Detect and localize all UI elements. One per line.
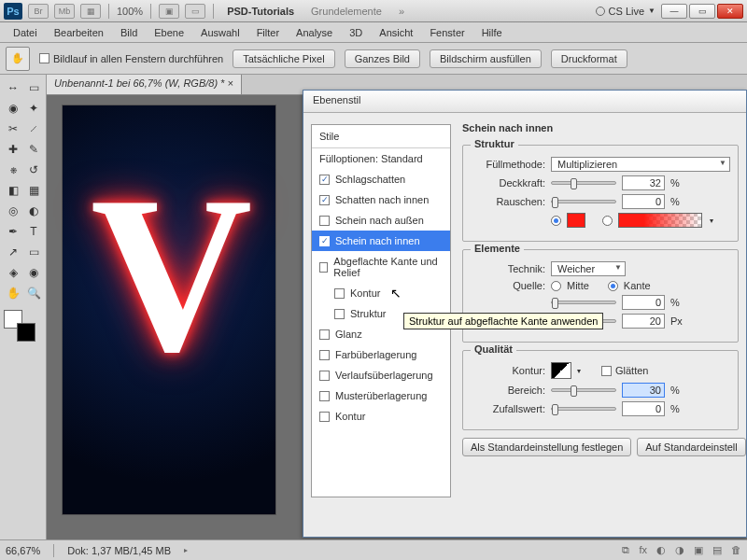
style-checkbox[interactable]: ✓ [319, 175, 330, 185]
status-doc-size[interactable]: Dok: 1,37 MB/1,45 MB [67, 545, 171, 556]
style-checkbox[interactable] [319, 371, 330, 381]
actual-pixels-button[interactable]: Tatsächliche Pixel [233, 49, 334, 68]
opacity-slider[interactable] [551, 181, 616, 185]
noise-slider[interactable] [551, 200, 616, 203]
3dcam-tool-icon[interactable]: ◉ [24, 263, 43, 282]
zoom-tool-icon[interactable]: 🔍 [24, 284, 43, 302]
menu-ebene[interactable]: Ebene [147, 25, 191, 40]
dodge-tool-icon[interactable]: ◐ [24, 202, 43, 220]
gradient-swatch[interactable] [618, 213, 702, 228]
menu-3d[interactable]: 3D [342, 25, 370, 40]
crop-tool-icon[interactable]: ✂ [4, 119, 22, 138]
wand-tool-icon[interactable]: ✦ [24, 99, 43, 118]
style-item[interactable]: Kontur [312, 406, 450, 427]
reset-default-button[interactable]: Auf Standardeinstell [637, 438, 745, 456]
cs-live-button[interactable]: CS Live▼ [596, 6, 655, 17]
menu-auswahl[interactable]: Auswahl [193, 25, 247, 40]
zufall-input[interactable]: 0 [622, 401, 665, 416]
kontur-swatch[interactable] [551, 362, 571, 379]
gradient-radio[interactable] [602, 216, 613, 226]
ueber-input[interactable]: 0 [622, 295, 665, 310]
current-tool-icon[interactable]: ✋ [6, 47, 30, 71]
type-tool-icon[interactable]: T [24, 222, 43, 241]
ueber-slider[interactable] [551, 301, 616, 304]
view-extras-button[interactable]: ▦ [80, 4, 101, 19]
close-tab-icon[interactable]: × [227, 77, 233, 89]
status-fx-icon[interactable]: fx [639, 544, 647, 556]
lasso-tool-icon[interactable]: ◉ [4, 99, 22, 118]
style-item[interactable]: Musterüberlagerung [312, 385, 450, 406]
screenmode-button[interactable]: ▭ [185, 4, 205, 19]
quelle-kante-radio[interactable] [608, 281, 618, 291]
groesse-input[interactable]: 20 [622, 314, 665, 329]
style-item[interactable]: Farbüberlagerung [312, 344, 450, 365]
status-link-icon[interactable]: ⧉ [622, 544, 629, 556]
eraser-tool-icon[interactable]: ◧ [4, 181, 22, 200]
gradient-tool-icon[interactable]: ▦ [24, 181, 43, 200]
window-minimize-button[interactable]: — [661, 4, 687, 19]
history-brush-tool-icon[interactable]: ↺ [24, 161, 43, 179]
color-swatch[interactable] [567, 213, 585, 228]
path-tool-icon[interactable]: ↗ [4, 243, 22, 261]
status-new-icon[interactable]: ▤ [712, 544, 722, 556]
move-tool-icon[interactable]: ↔ [4, 78, 22, 97]
menu-datei[interactable]: Datei [6, 25, 45, 40]
style-item[interactable]: Schein nach außen [312, 210, 450, 231]
marquee-tool-icon[interactable]: ▭ [24, 78, 43, 97]
menu-hilfe[interactable]: Hilfe [474, 25, 510, 40]
menu-analyse[interactable]: Analyse [289, 25, 340, 40]
status-trash-icon[interactable]: 🗑 [731, 544, 741, 556]
workspace-more-icon[interactable]: » [393, 4, 410, 19]
hand-tool-icon[interactable]: ✋ [4, 284, 22, 302]
menu-fenster[interactable]: Fenster [422, 25, 472, 40]
color-swatches[interactable] [4, 310, 35, 342]
dialog-title[interactable]: Ebenenstil [303, 91, 746, 113]
blur-tool-icon[interactable]: ◎ [4, 202, 22, 220]
3d-tool-icon[interactable]: ◈ [4, 263, 22, 282]
fill-options-row[interactable]: Fülloptionen: Standard [312, 148, 450, 169]
status-folder-icon[interactable]: ▣ [694, 544, 703, 556]
zoom-field[interactable]: 100% [117, 6, 143, 17]
workspace-crumb[interactable]: Grundelemente [305, 4, 388, 19]
style-checkbox[interactable] [319, 350, 330, 360]
style-item[interactable]: Kontur [312, 283, 450, 303]
style-item[interactable]: ✓Schatten nach innen [312, 189, 450, 210]
menu-ansicht[interactable]: Ansicht [372, 25, 420, 40]
heal-tool-icon[interactable]: ✚ [4, 140, 22, 159]
print-size-button[interactable]: Druckformat [551, 49, 627, 68]
brush-tool-icon[interactable]: ✎ [24, 140, 43, 159]
bereich-slider[interactable] [551, 388, 616, 392]
style-checkbox[interactable] [334, 309, 345, 319]
fit-screen-button[interactable]: Ganzes Bild [345, 49, 420, 68]
noise-input[interactable]: 0 [622, 194, 665, 209]
menu-bearbeiten[interactable]: Bearbeiten [47, 25, 111, 40]
minibridge-button[interactable]: Mb [54, 4, 75, 19]
style-checkbox[interactable] [319, 262, 328, 273]
pen-tool-icon[interactable]: ✒ [4, 222, 22, 241]
style-checkbox[interactable]: ✓ [319, 236, 330, 246]
workspace-crumb-active[interactable]: PSD-Tutorials [221, 4, 300, 19]
color-radio[interactable] [551, 216, 561, 226]
scroll-all-windows-checkbox[interactable]: Bildlauf in allen Fenstern durchführen [39, 53, 223, 64]
status-fill-icon[interactable]: ◑ [675, 544, 684, 556]
menu-filter[interactable]: Filter [249, 25, 287, 40]
status-mask-icon[interactable]: ◐ [656, 544, 666, 556]
styles-header[interactable]: Stile [312, 125, 450, 148]
style-checkbox[interactable] [334, 288, 345, 299]
style-item[interactable]: ✓Schein nach innen [312, 231, 450, 251]
document-tab[interactable]: Unbenannt-1 bei 66,7% (W, RGB/8) * × [47, 75, 242, 94]
bereich-input[interactable]: 30 [622, 383, 665, 398]
style-item[interactable]: Abgeflachte Kante und Relief [312, 251, 450, 283]
bridge-button[interactable]: Br [28, 4, 49, 19]
style-checkbox[interactable] [319, 412, 330, 422]
style-checkbox[interactable] [319, 216, 330, 226]
style-checkbox[interactable]: ✓ [319, 195, 330, 205]
status-zoom[interactable]: 66,67% [6, 545, 40, 556]
menu-bild[interactable]: Bild [113, 25, 145, 40]
style-checkbox[interactable] [319, 391, 330, 401]
window-maximize-button[interactable]: ▭ [689, 4, 715, 19]
style-item[interactable]: Verlaufsüberlagerung [312, 365, 450, 385]
opacity-input[interactable]: 32 [622, 175, 665, 190]
fillmode-dropdown[interactable]: Multiplizieren [551, 157, 730, 172]
eyedropper-tool-icon[interactable]: ⟋ [24, 119, 43, 138]
